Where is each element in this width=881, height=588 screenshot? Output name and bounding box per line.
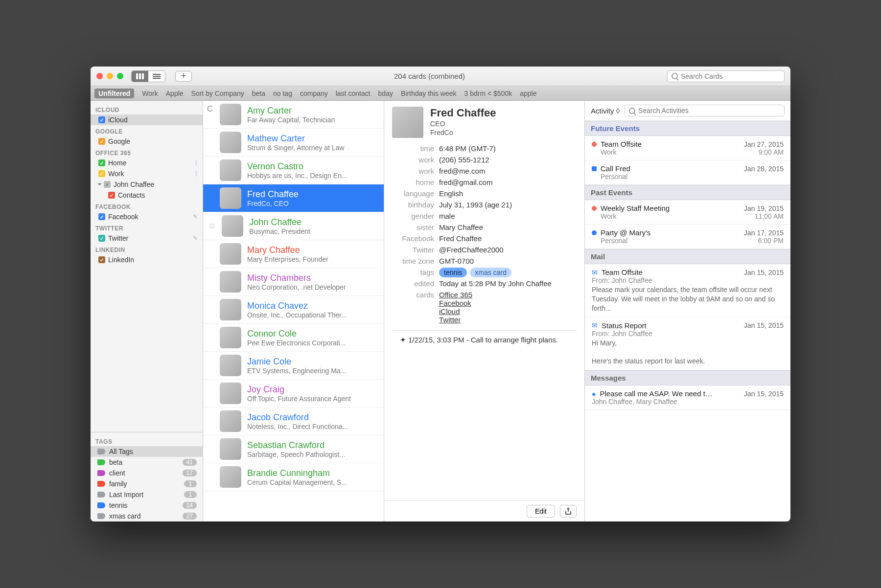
search-activities[interactable] (625, 105, 785, 116)
card-link[interactable]: Office 365 (439, 291, 472, 299)
filter-sort-by-company[interactable]: Sort by Company (191, 90, 244, 97)
tag-client[interactable]: client17 (91, 468, 203, 478)
filter-company[interactable]: company (300, 90, 328, 97)
contact-row[interactable]: Mathew CarterStrum & Singer, Attorney at… (203, 129, 384, 157)
sidebar-item-work[interactable]: Work⦚ (91, 168, 203, 179)
tag-xmas-card[interactable]: xmas card27 (91, 511, 203, 521)
activity-item[interactable]: ●Please call me ASAP. We need t…Jan 15, … (585, 385, 790, 410)
tag-all-tags[interactable]: All Tags (91, 446, 203, 457)
contact-row[interactable]: Fred ChaffeeFredCo, CEO (203, 184, 384, 212)
tag-family[interactable]: family1 (91, 478, 203, 489)
section-letter: C (207, 105, 213, 113)
activity-item[interactable]: ✉Status ReportJan 15, 2015From: John Cha… (585, 317, 790, 371)
activity-item[interactable]: Party @ Mary'sJan 17, 2015Personal6:00 P… (585, 225, 790, 249)
sidebar-item-google[interactable]: Google (91, 136, 203, 147)
filter-birthday-this-week[interactable]: Birthday this week (401, 90, 457, 97)
checkbox-icon[interactable] (98, 116, 105, 123)
contact-subtitle: Off Topic, Future Assurance Agent (247, 395, 379, 403)
contact-row[interactable]: Misty ChambersNeo Corporation, .net Deve… (203, 268, 384, 296)
card-link[interactable]: Twitter (439, 316, 461, 324)
sidebar-item-label: iCloud (108, 116, 198, 124)
filter-work[interactable]: Work (142, 90, 158, 97)
contact-row[interactable]: Jacob CrawfordNoteless, Inc., Direct Fun… (203, 407, 384, 435)
tag-icon (97, 481, 105, 487)
contact-row[interactable]: Mary ChaffeeMary Enterprises, Founder (203, 240, 384, 268)
field-label: Facebook (392, 234, 439, 243)
activity-item[interactable]: Weekly Staff MeetingJan 19, 2015Work11:0… (585, 200, 790, 225)
sidebar-item-label: Twitter (108, 234, 190, 242)
add-button[interactable]: + (175, 71, 192, 82)
filter-last-contact[interactable]: last contact (336, 90, 371, 97)
columns-view-button[interactable] (132, 71, 148, 82)
contact-row[interactable]: Amy CarterFar Away Capital, Technician (203, 101, 384, 129)
tag-chip[interactable]: xmas card (470, 268, 511, 277)
edit-button[interactable]: Edit (527, 505, 555, 518)
filter-bday[interactable]: bday (378, 90, 393, 97)
sidebar-item-john-chaffee[interactable]: John Chaffee (91, 179, 203, 190)
tag-chip[interactable]: tennis (439, 268, 467, 277)
sidebar-item-contacts[interactable]: Contacts (91, 190, 203, 201)
activity-item[interactable]: Call FredJan 28, 2015Personal (585, 160, 790, 185)
tag-beta[interactable]: beta41 (91, 457, 203, 468)
filter-unfiltered[interactable]: Unfiltered (94, 89, 134, 98)
checkbox-icon[interactable] (98, 170, 105, 177)
minimize-icon[interactable] (107, 73, 113, 79)
activity-item[interactable]: ✉Team OffsiteJan 15, 2015From: John Chaf… (585, 264, 790, 317)
contact-subtitle: Pee Ewe Electronics Corporati... (247, 339, 379, 347)
tag-last-import[interactable]: Last Import1 (91, 489, 203, 500)
contact-row[interactable]: Vernon CastroHobbys are us, Inc., Design… (203, 157, 384, 184)
edit-icon[interactable]: ✎ (193, 235, 198, 242)
filter-beta[interactable]: beta (252, 90, 265, 97)
list-view-button[interactable] (148, 71, 165, 82)
checkbox-icon[interactable] (98, 159, 105, 166)
contact-row[interactable]: Monica ChavezOnsite, Inc., Occupational … (203, 296, 384, 324)
contact-row[interactable]: Jamie ColeETV Systems, Engineering Ma... (203, 352, 384, 380)
checkbox-icon[interactable] (98, 138, 105, 145)
card-link[interactable]: iCloud (439, 307, 460, 316)
activity-sort[interactable]: Activity ◊ (591, 107, 620, 115)
share-button[interactable] (560, 505, 577, 518)
contact-row[interactable]: Connor ColePee Ewe Electronics Corporati… (203, 324, 384, 352)
sidebar-item-linkedin[interactable]: LinkedIn (91, 254, 203, 265)
sidebar-item-facebook[interactable]: Facebook✎ (91, 211, 203, 222)
field-value: (206) 555-1212 (439, 156, 489, 164)
search-activities-input[interactable] (638, 107, 780, 114)
contact-row[interactable]: Joy CraigOff Topic, Future Assurance Age… (203, 380, 384, 407)
activity-item[interactable]: Team OffsiteJan 27, 2015Work9:00 AM (585, 136, 790, 160)
field-label: home (392, 178, 439, 186)
edit-icon[interactable]: ✎ (193, 213, 198, 220)
activity-title: Call Fred (601, 164, 740, 173)
search-cards[interactable] (667, 70, 785, 82)
filter-apple[interactable]: apple (520, 90, 536, 97)
close-icon[interactable] (96, 73, 103, 79)
filter-no-tag[interactable]: no tag (273, 90, 292, 97)
sidebar-item-twitter[interactable]: Twitter✎ (91, 233, 203, 244)
filter-3-bdrm-500k[interactable]: 3 bdrm < $500k (464, 90, 512, 97)
checkbox-icon[interactable] (98, 256, 105, 263)
contact-row[interactable]: Sebastian CrawfordSarbitage, Speech Path… (203, 435, 384, 463)
view-toggle (131, 70, 165, 82)
checkbox-icon[interactable] (104, 181, 111, 188)
card-link[interactable]: Facebook (439, 299, 471, 307)
field-value: @FredChaffee2000 (439, 246, 504, 254)
field-value: Office 365FacebookiCloudTwitter (439, 291, 472, 324)
filter-apple[interactable]: Apple (166, 90, 184, 97)
sidebar-item-icloud[interactable]: iCloud (91, 114, 203, 125)
checkbox-icon[interactable] (108, 192, 115, 199)
checkbox-icon[interactable] (98, 235, 105, 242)
activity-section-header: Messages (585, 370, 790, 385)
contact-row[interactable]: ☺John ChaffeeBusymac, President (203, 212, 384, 240)
contact-name: Fred Chaffee (247, 189, 379, 200)
activity-date: Jan 15, 2015 (744, 269, 784, 276)
disclosure-icon[interactable] (98, 183, 102, 186)
checkbox-icon[interactable] (98, 213, 105, 220)
contact-list[interactable]: C Amy CarterFar Away Capital, Technician… (203, 101, 384, 521)
avatar (220, 438, 241, 460)
tag-tennis[interactable]: tennis14 (91, 500, 203, 511)
tag-label: beta (109, 458, 179, 466)
contact-name: Sebastian Crawford (247, 440, 379, 451)
zoom-icon[interactable] (117, 73, 123, 79)
search-cards-input[interactable] (681, 72, 780, 80)
sidebar-item-home[interactable]: Home⦚ (91, 158, 203, 168)
contact-row[interactable]: Brandie CunninghamCerum Capital Manageme… (203, 463, 384, 491)
